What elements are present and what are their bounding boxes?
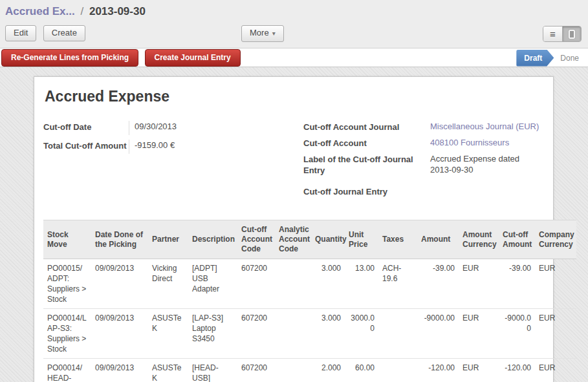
col-header-stock-move[interactable]: Stock Move bbox=[43, 220, 91, 259]
cell-taxes[interactable] bbox=[378, 309, 417, 359]
create-button[interactable]: Create bbox=[43, 25, 85, 41]
more-dropdown-button[interactable]: More▾ bbox=[241, 25, 284, 42]
journal-entry-label-value: Accrued Expense dated 2013-09-30 bbox=[430, 153, 540, 176]
cell-date-done[interactable]: 09/09/2013 bbox=[91, 359, 148, 382]
col-header-company-currency[interactable]: Company Currency bbox=[535, 220, 576, 259]
col-header-cutoff-account-code[interactable]: Cut-off Account Code bbox=[237, 220, 275, 259]
col-header-taxes[interactable]: Taxes bbox=[378, 220, 417, 259]
toolbar-center: More▾ bbox=[241, 25, 284, 42]
cell-amount[interactable]: -120.00 bbox=[417, 359, 459, 382]
col-header-amount-currency[interactable]: Amount Currency bbox=[459, 220, 499, 259]
cell-date-done[interactable]: 09/09/2013 bbox=[91, 309, 148, 359]
edit-button[interactable]: Edit bbox=[5, 25, 36, 41]
cell-company-currency[interactable]: EUR bbox=[535, 309, 576, 359]
cell-description[interactable]: [LAP-S3] Laptop S3450 bbox=[188, 309, 237, 359]
statusbar: Draft Done bbox=[516, 48, 579, 67]
table-row[interactable]: PO00014/HEAD-USB: Suppliers > Stock 09/0… bbox=[43, 359, 576, 382]
cell-company-currency[interactable]: EUR bbox=[535, 359, 576, 382]
col-header-analytic-account-code[interactable]: Analytic Account Code bbox=[275, 220, 311, 259]
cell-taxes[interactable] bbox=[378, 359, 417, 382]
cell-cutoff-amount[interactable]: -9000.00 bbox=[499, 309, 535, 359]
status-draft[interactable]: Draft bbox=[516, 50, 554, 67]
cell-account-code[interactable]: 607200 bbox=[237, 359, 275, 382]
cell-date-done[interactable]: 09/09/2013 bbox=[91, 259, 148, 309]
field-label: Total Cut-off Amount bbox=[43, 140, 129, 154]
field-cutoff-date: Cut-off Date 09/30/2013 bbox=[43, 121, 303, 135]
col-header-date-done[interactable]: Date Done of the Picking bbox=[91, 220, 148, 259]
table-row[interactable]: PO00015/ADPT: Suppliers > Stock 09/09/20… bbox=[43, 259, 576, 309]
status-done[interactable]: Done bbox=[560, 54, 579, 63]
cell-account-code[interactable]: 607200 bbox=[237, 309, 275, 359]
cutoff-account-journal-link[interactable]: Miscellaneous Journal (EUR) bbox=[430, 121, 540, 133]
cell-partner[interactable]: ASUSTeK bbox=[148, 359, 188, 382]
field-label: Label of the Cut-off Journal Entry bbox=[303, 153, 430, 176]
cell-company-currency[interactable]: EUR bbox=[535, 259, 576, 309]
cell-stock-move[interactable]: PO00015/ADPT: Suppliers > Stock bbox=[43, 259, 91, 309]
chevron-down-icon: ▾ bbox=[272, 30, 276, 37]
cell-account-code[interactable]: 607200 bbox=[237, 259, 275, 309]
cutoff-lines-table: Stock Move Date Done of the Picking Part… bbox=[43, 220, 576, 382]
list-view-button[interactable]: ≡ bbox=[543, 27, 562, 41]
table-header-row: Stock Move Date Done of the Picking Part… bbox=[43, 220, 576, 259]
breadcrumb: Accrued Ex... / 2013-09-30 bbox=[0, 0, 588, 18]
field-journal-entry-label: Label of the Cut-off Journal Entry Accru… bbox=[303, 153, 553, 176]
cell-amount[interactable]: -9000.00 bbox=[417, 309, 459, 359]
field-label: Cut-off Account Journal bbox=[303, 121, 430, 133]
col-header-quantity[interactable]: Quantity bbox=[311, 220, 345, 259]
cell-amount-currency[interactable]: EUR bbox=[459, 309, 499, 359]
top-header-band: Accrued Ex... / 2013-09-30 Edit Create M… bbox=[0, 0, 588, 48]
cell-cutoff-amount[interactable]: -120.00 bbox=[499, 359, 535, 382]
field-group-right: Cut-off Account Journal Miscellaneous Jo… bbox=[303, 121, 553, 202]
table-row[interactable]: PO00014/LAP-S3: Suppliers > Stock 09/09/… bbox=[43, 309, 576, 359]
form-view-button[interactable] bbox=[562, 27, 581, 41]
cell-amount-currency[interactable]: EUR bbox=[459, 259, 499, 309]
breadcrumb-separator: / bbox=[78, 5, 86, 17]
cell-analytic-code[interactable] bbox=[275, 259, 311, 309]
cell-unit-price[interactable]: 60.00 bbox=[345, 359, 378, 382]
action-strip: Re-Generate Lines from Picking Create Jo… bbox=[0, 48, 588, 67]
cell-quantity[interactable]: 3.000 bbox=[311, 309, 345, 359]
cell-description[interactable]: [ADPT] USB Adapter bbox=[188, 259, 237, 309]
cutoff-account-link[interactable]: 408100 Fournisseurs bbox=[430, 137, 540, 149]
field-label: Cut-off Date bbox=[43, 121, 129, 135]
view-switcher: ≡ bbox=[543, 26, 582, 42]
field-group-left: Cut-off Date 09/30/2013 Total Cut-off Am… bbox=[43, 121, 303, 202]
form-icon bbox=[569, 30, 575, 39]
cell-unit-price[interactable]: 13.00 bbox=[345, 259, 378, 309]
cell-stock-move[interactable]: PO00014/LAP-S3: Suppliers > Stock bbox=[43, 309, 91, 359]
col-header-description[interactable]: Description bbox=[188, 220, 237, 259]
cutoff-date-value: 09/30/2013 bbox=[129, 121, 303, 135]
cell-amount[interactable]: -39.00 bbox=[417, 259, 459, 309]
list-icon: ≡ bbox=[550, 31, 556, 37]
cell-amount-currency[interactable]: EUR bbox=[459, 359, 499, 382]
cell-stock-move[interactable]: PO00014/HEAD-USB: Suppliers > Stock bbox=[43, 359, 91, 382]
form-sheet: Accrued Expense Cut-off Date 09/30/2013 … bbox=[34, 76, 554, 382]
cell-quantity[interactable]: 2.000 bbox=[311, 359, 345, 382]
cell-unit-price[interactable]: 3000.00 bbox=[345, 309, 378, 359]
toolbar: Edit Create More▾ ≡ bbox=[0, 25, 588, 42]
page-title: Accrued Expense bbox=[43, 88, 553, 105]
cell-taxes[interactable]: ACH-19.6 bbox=[378, 259, 417, 309]
cell-partner[interactable]: ASUSTeK bbox=[148, 309, 188, 359]
create-journal-entry-button[interactable]: Create Journal Entry bbox=[145, 49, 241, 67]
cell-analytic-code[interactable] bbox=[275, 359, 311, 382]
col-header-partner[interactable]: Partner bbox=[148, 220, 188, 259]
cell-analytic-code[interactable] bbox=[275, 309, 311, 359]
toolbar-left: Edit Create bbox=[5, 25, 85, 41]
cell-quantity[interactable]: 3.000 bbox=[311, 259, 345, 309]
more-button-label: More bbox=[250, 28, 269, 37]
breadcrumb-current: 2013-09-30 bbox=[89, 5, 146, 17]
col-header-cutoff-amount[interactable]: Cut-off Amount bbox=[499, 220, 535, 259]
field-cutoff-account: Cut-off Account 408100 Fournisseurs bbox=[303, 137, 553, 149]
breadcrumb-parent-link[interactable]: Accrued Ex... bbox=[5, 5, 75, 17]
cell-cutoff-amount[interactable]: -39.00 bbox=[499, 259, 535, 309]
cutoff-lines-table-wrap: Stock Move Date Done of the Picking Part… bbox=[43, 220, 553, 382]
field-label: Cut-off Account bbox=[303, 137, 430, 149]
col-header-unit-price[interactable]: Unit Price bbox=[345, 220, 378, 259]
cell-partner[interactable]: Vicking Direct bbox=[148, 259, 188, 309]
cell-description[interactable]: [HEAD-USB] Headset USB bbox=[188, 359, 237, 382]
cutoff-journal-entry-value bbox=[430, 186, 540, 197]
total-cutoff-amount-value: -9159.00 € bbox=[129, 140, 303, 154]
col-header-amount[interactable]: Amount bbox=[417, 220, 459, 259]
regenerate-lines-button[interactable]: Re-Generate Lines from Picking bbox=[1, 49, 138, 67]
